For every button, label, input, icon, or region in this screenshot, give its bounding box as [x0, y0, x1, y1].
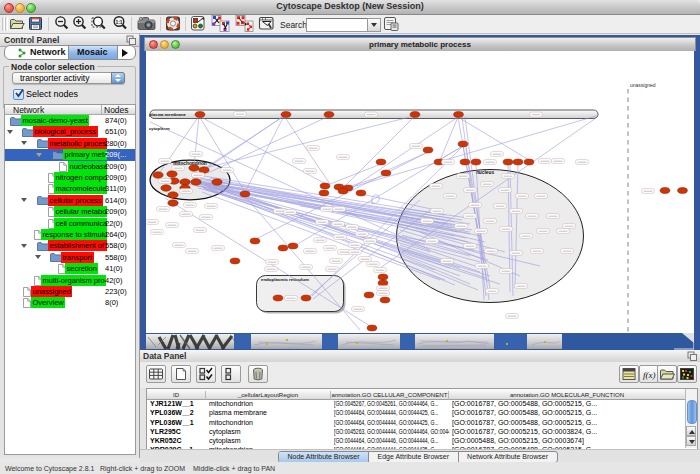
svg-text:f(x): f(x): [643, 370, 656, 380]
svg-text:nucleus: nucleus: [476, 170, 494, 175]
svg-text:unassigned: unassigned: [630, 82, 656, 88]
svg-text:mitochondrion: mitochondrion: [173, 161, 207, 166]
svg-text:endoplasmic reticulum: endoplasmic reticulum: [261, 277, 309, 282]
svg-text:1:1: 1:1: [115, 19, 122, 25]
svg-text:plasma membrane: plasma membrane: [149, 112, 186, 117]
